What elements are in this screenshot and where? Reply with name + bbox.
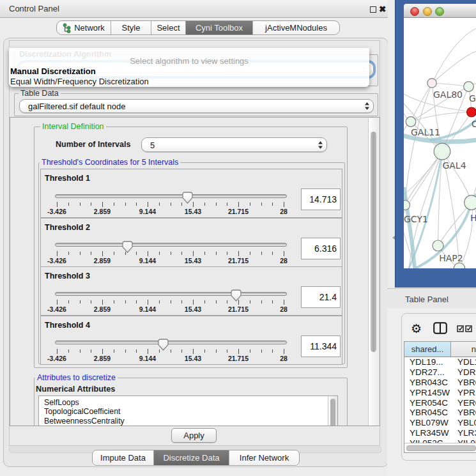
slider-track[interactable] — [55, 194, 287, 198]
attribute-list-item[interactable]: BetweennessCentrality — [39, 417, 337, 426]
bottom-tab-discretize-data[interactable]: Discretize Data — [154, 450, 229, 465]
table-column-header[interactable]: name — [451, 342, 476, 357]
table-row[interactable]: YBR045CYBR045C — [404, 408, 476, 418]
popup-prompt-item[interactable]: Select algorithm to view settings — [9, 56, 369, 66]
attributes-group: Attributes to discretize Numerical Attri… — [34, 378, 348, 426]
split-table-icon[interactable] — [433, 322, 447, 334]
slider-track[interactable] — [55, 243, 287, 247]
slider-major-tick — [57, 349, 58, 354]
table-row[interactable]: YER054CYER054C — [404, 397, 476, 408]
close-traffic-light[interactable] — [410, 7, 419, 16]
network-node[interactable] — [434, 143, 450, 160]
slider-minor-tick — [227, 203, 227, 206]
slider-minor-tick — [136, 203, 137, 206]
settings-scrollbar[interactable] — [368, 118, 379, 426]
popup-item-manual-discretization[interactable]: Manual Discretization — [10, 66, 96, 76]
table-row[interactable]: YLR345WYLR345W — [404, 428, 476, 438]
threshold-value-field[interactable]: 14.713 — [301, 188, 341, 210]
tab-cyni-toolbox[interactable]: Cyni Toolbox — [186, 21, 253, 35]
float-window-icon[interactable] — [370, 6, 376, 13]
attribute-list-item[interactable]: SelfLoops — [39, 398, 337, 407]
slider-major-tick — [284, 251, 284, 256]
tab-label: Style — [122, 23, 141, 33]
tab-jactivemnodules[interactable]: jActiveMNodules — [253, 21, 339, 35]
network-edge[interactable] — [442, 151, 472, 203]
popup-item-equal-width[interactable]: Equal Width/Frequency Discretization — [10, 77, 149, 86]
attributes-list-scrollbar[interactable] — [328, 396, 337, 426]
table-data-group: Table Data galFiltered.sif default node — [14, 93, 378, 116]
slider-minor-tick — [114, 203, 114, 206]
slider-thumb[interactable] — [182, 192, 193, 204]
close-icon[interactable]: ✖ — [379, 4, 386, 14]
split-divider-collapse-icon[interactable] — [392, 236, 395, 240]
table-row[interactable]: YDR27...YDR27... — [404, 367, 476, 378]
attribute-list-item[interactable]: TopologicalCoefficient — [39, 407, 337, 416]
network-edge[interactable] — [432, 83, 469, 87]
slider-minor-tick — [227, 300, 227, 303]
slider-tick-label: 28 — [280, 355, 288, 362]
interval-definition-group-title: Interval Definition — [40, 122, 106, 131]
checkbox-icon[interactable] — [465, 325, 472, 332]
slider-tick-label: 9.144 — [139, 355, 156, 362]
network-canvas[interactable]: GAL80GACGAL11GAL4GCY1HAHAP2 — [404, 18, 476, 268]
slider-minor-tick — [159, 203, 160, 206]
table-data-combobox[interactable]: galFiltered.sif default node — [19, 99, 374, 113]
threshold-panel-2: Threshold 2-3.4262.8599.14415.4321.71528… — [40, 218, 342, 267]
table-cell: YLR345W — [452, 428, 476, 438]
table-row[interactable]: YPR145WYPR145W — [404, 387, 476, 397]
threshold-value-field[interactable]: 21.4 — [301, 286, 341, 308]
slider-minor-tick — [159, 252, 160, 255]
table-horizontal-scrollbar-thumb[interactable] — [406, 445, 476, 451]
checkbox-icon[interactable] — [457, 325, 464, 332]
table-row[interactable]: YBL079WYBL079W — [404, 418, 476, 428]
table-row[interactable]: YBR043CYBR043C — [404, 378, 476, 388]
slider-major-tick — [193, 251, 194, 256]
table-cell: YLR345W — [404, 428, 452, 438]
network-node[interactable] — [427, 79, 436, 88]
zoom-traffic-light[interactable] — [435, 7, 444, 16]
table-cell: YPR145W — [452, 388, 476, 397]
slider-thumb[interactable] — [231, 289, 242, 302]
network-node[interactable] — [454, 263, 464, 268]
threshold-value-field[interactable]: 6.316 — [301, 238, 341, 259]
network-node[interactable] — [433, 240, 443, 251]
threshold-panel-3: Threshold 3-3.4262.8599.14415.4321.71528… — [40, 266, 342, 316]
network-node[interactable] — [404, 201, 410, 210]
attributes-list-scrollbar-thumb[interactable] — [330, 399, 335, 426]
apply-button[interactable]: Apply — [171, 428, 217, 443]
network-edge[interactable] — [405, 83, 432, 205]
network-node[interactable] — [464, 82, 474, 92]
table-column-header[interactable]: shared... — [404, 342, 451, 357]
minimize-traffic-light[interactable] — [423, 7, 432, 16]
gear-icon[interactable]: ⚙ — [411, 321, 422, 335]
bottom-tab-infer-network[interactable]: Infer Network — [229, 450, 299, 465]
slider-major-tick — [57, 251, 58, 256]
table-row[interactable]: YDL19...YDL19... — [404, 357, 476, 367]
network-node[interactable] — [467, 107, 476, 117]
settings-scrollbar-thumb[interactable] — [371, 132, 376, 352]
tab-network[interactable]: Network — [57, 21, 111, 35]
slider-major-tick — [238, 349, 239, 354]
network-node[interactable] — [406, 117, 416, 127]
network-edge[interactable] — [432, 28, 476, 83]
numerical-attributes-list[interactable]: SelfLoopsTopologicalCoefficientBetweenne… — [38, 395, 338, 426]
tab-select[interactable]: Select — [151, 21, 186, 35]
slider-tick-label: 21.715 — [228, 208, 249, 215]
slider-thumb[interactable] — [158, 339, 169, 351]
network-edge[interactable] — [404, 151, 442, 196]
slider-minor-tick — [250, 300, 250, 303]
number-of-intervals-combobox[interactable]: 5 — [141, 137, 327, 152]
tab-style[interactable]: Style — [111, 21, 151, 35]
network-edge[interactable] — [432, 51, 476, 83]
slider-thumb[interactable] — [122, 241, 133, 253]
network-node[interactable] — [464, 196, 476, 210]
slider-tick-label: 21.715 — [228, 305, 249, 313]
threshold-label: Threshold 3 — [45, 272, 90, 280]
network-edge[interactable] — [411, 83, 432, 122]
slider-track[interactable] — [55, 341, 287, 344]
bottom-tab-impute-data[interactable]: Impute Data — [93, 450, 154, 465]
slider-track[interactable] — [55, 292, 287, 296]
slider-tick-label: 21.715 — [228, 355, 249, 362]
table-horizontal-scrollbar[interactable] — [404, 443, 476, 452]
threshold-value-field[interactable]: 11.344 — [301, 335, 341, 357]
